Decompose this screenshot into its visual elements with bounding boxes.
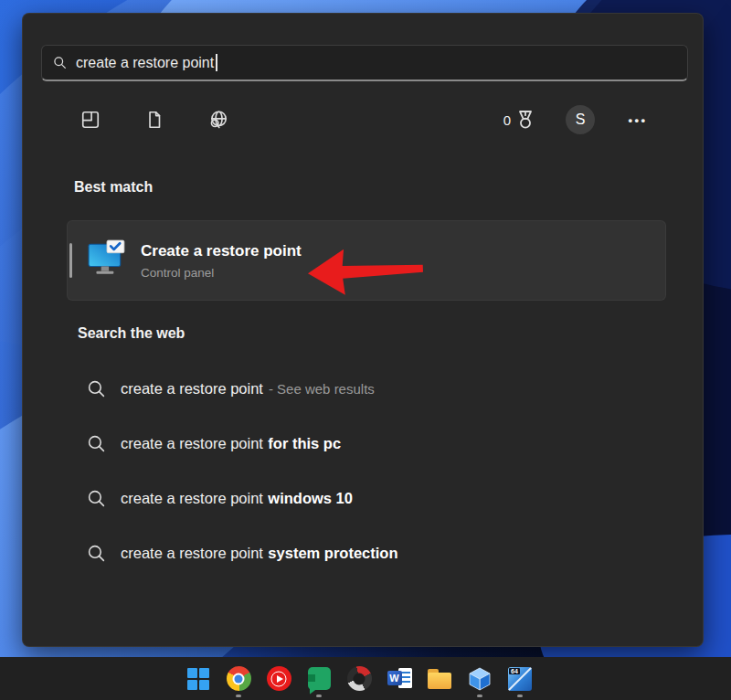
filter-documents-button[interactable]: [136, 101, 173, 138]
search-the-web-header: Search the web: [78, 325, 185, 342]
rewards-medal-icon: [514, 108, 536, 132]
search-icon: [87, 434, 106, 453]
ellipsis-icon: •••: [628, 113, 647, 127]
taskbar: W 64: [0, 657, 731, 700]
system-restore-monitor-icon: [88, 239, 126, 281]
best-match-header: Best match: [74, 179, 153, 196]
taskbar-item-google-chat[interactable]: [299, 659, 339, 699]
web-suggestion-row[interactable]: create a restore pointsystem protection: [78, 533, 684, 573]
start-button[interactable]: [178, 659, 218, 699]
search-icon: [87, 379, 106, 398]
search-input[interactable]: create a restore point: [41, 45, 688, 81]
search-icon: [53, 56, 67, 69]
suggestion-text: create a restore point- See web results: [121, 380, 375, 398]
running-indicator: [316, 695, 322, 697]
search-icon: [87, 544, 106, 563]
more-options-button[interactable]: •••: [622, 113, 653, 127]
rewards-count: 0: [503, 112, 511, 128]
best-match-result[interactable]: Create a restore point Control panel: [67, 220, 666, 301]
suggestion-text: create a restore pointfor this pc: [121, 435, 341, 452]
taskbar-item-chrome[interactable]: [218, 659, 259, 699]
taskbar-item-dark-ring-app[interactable]: [339, 659, 379, 699]
filter-web-button[interactable]: [200, 101, 237, 138]
selection-indicator: [69, 243, 72, 278]
best-match-subtitle: Control panel: [141, 266, 302, 280]
user-avatar[interactable]: S: [566, 105, 595, 134]
virtualbox-icon: [468, 667, 492, 691]
running-indicator: [477, 695, 482, 697]
google-chat-icon: [308, 667, 331, 690]
chrome-icon: [227, 666, 251, 691]
web-suggestion-row[interactable]: create a restore pointwindows 10: [78, 478, 684, 518]
taskbar-item-word[interactable]: W: [379, 659, 419, 699]
running-indicator: [517, 695, 523, 697]
taskbar-item-youtube-music[interactable]: [259, 659, 299, 699]
text-caret: [216, 54, 217, 71]
youtube-music-icon: [267, 666, 291, 691]
taskbar-item-file-explorer[interactable]: [419, 659, 460, 699]
best-match-title: Create a restore point: [141, 241, 302, 260]
windows-logo-icon: [187, 668, 209, 690]
search-filter-bar: 0 S •••: [72, 101, 653, 138]
documents-filter-icon: [144, 110, 164, 130]
apps-filter-icon: [80, 110, 101, 130]
taskbar-icon-strip: W 64: [178, 659, 540, 699]
search-icon: [87, 489, 106, 508]
suggestion-text: create a restore pointwindows 10: [121, 490, 353, 507]
search-header-right-cluster: 0 S •••: [503, 105, 653, 134]
rewards-button[interactable]: 0: [503, 108, 536, 132]
filter-apps-button[interactable]: [72, 101, 109, 138]
search-flyout-panel: create a restore point: [22, 13, 704, 647]
web-suggestion-row[interactable]: create a restore point- See web results: [78, 368, 684, 408]
file-explorer-icon: [428, 669, 451, 689]
taskbar-item-aida64[interactable]: 64: [500, 659, 540, 699]
web-search-filter-icon: [207, 109, 229, 131]
running-indicator: [236, 695, 241, 697]
taskbar-item-virtualbox[interactable]: [460, 659, 500, 699]
web-suggestion-row[interactable]: create a restore pointfor this pc: [78, 423, 684, 463]
aida64-icon: 64: [508, 667, 532, 691]
avatar-initial: S: [576, 111, 586, 128]
suggestion-text: create a restore pointsystem protection: [121, 545, 397, 562]
dark-ring-app-icon: [347, 666, 372, 691]
search-query-text: create a restore point: [76, 55, 214, 71]
word-icon: W: [387, 666, 412, 691]
